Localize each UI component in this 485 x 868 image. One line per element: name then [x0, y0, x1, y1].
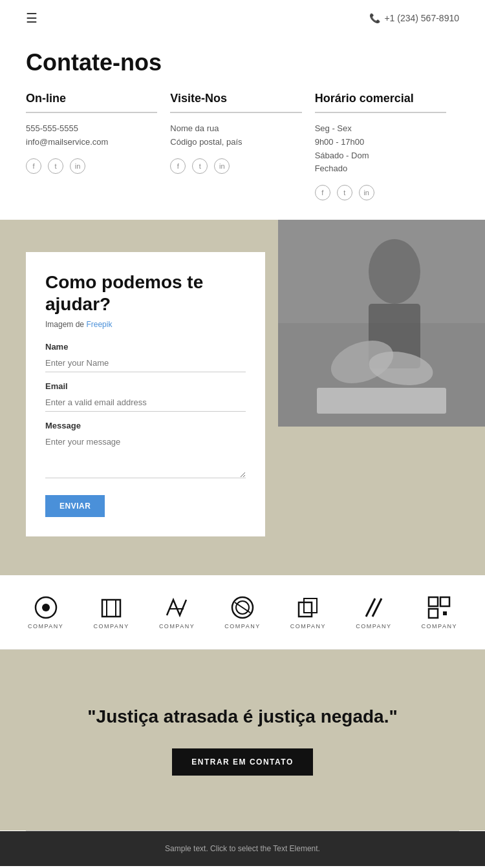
facebook-icon[interactable]: f [26, 158, 41, 174]
online-divider [26, 112, 157, 113]
hours-heading: Horário comercial [315, 92, 446, 105]
svg-rect-19 [304, 598, 317, 613]
logo-name-6: COMPANY [356, 623, 391, 630]
logo-item-7: COMPANY [413, 595, 465, 630]
logo-item-3: COMPANY [151, 595, 203, 630]
twitter-icon[interactable]: t [48, 158, 63, 174]
email-input[interactable] [45, 394, 246, 412]
svg-rect-24 [429, 609, 438, 618]
phone-bar: 📞 +1 (234) 567-8910 [369, 13, 459, 23]
name-label: Name [45, 342, 246, 352]
hours-divider [315, 112, 446, 113]
visit-social: f t in [170, 158, 301, 174]
freepik-link[interactable]: Freepik [86, 320, 112, 329]
instagram-icon-3[interactable]: in [359, 185, 374, 200]
visit-heading: Visite-Nos [170, 92, 301, 105]
visit-address: Nome da rua [170, 122, 301, 136]
facebook-icon-3[interactable]: f [315, 185, 330, 200]
contact-col-visit: Visite-Nos Nome da rua Código postal, pa… [170, 92, 314, 200]
name-group: Name [45, 342, 246, 372]
quote-text: "Justiça atrasada é justiça negada." [87, 705, 397, 728]
logo-name-1: COMPANY [28, 623, 63, 630]
instagram-icon[interactable]: in [70, 158, 85, 174]
svg-rect-23 [440, 597, 449, 606]
visit-divider [170, 112, 301, 113]
svg-rect-8 [323, 397, 401, 401]
logo-icon-7 [426, 595, 452, 620]
svg-point-11 [42, 604, 50, 611]
logo-item-2: COMPANY [85, 595, 137, 630]
facebook-icon-2[interactable]: f [170, 158, 186, 174]
logo-icon-2 [98, 595, 124, 620]
contact-button[interactable]: ENTRAR EM CONTATO [172, 748, 313, 776]
online-email: info@mailservice.com [26, 136, 157, 149]
contact-col-hours: Horário comercial Seg - Sex 9h00 - 17h00… [315, 92, 459, 200]
svg-rect-22 [429, 597, 438, 606]
logo-name-3: COMPANY [159, 623, 195, 630]
visit-postal: Código postal, país [170, 136, 301, 149]
logo-name-4: COMPANY [224, 623, 260, 630]
name-input[interactable] [45, 354, 246, 372]
contact-header: Contate-nos On-line 555-555-5555 info@ma… [0, 36, 485, 220]
logo-name-7: COMPANY [422, 623, 457, 630]
logo-icon-5 [295, 595, 321, 620]
logo-icon-3 [164, 595, 190, 620]
page-title: Contate-nos [26, 49, 459, 76]
logo-item-5: COMPANY [282, 595, 334, 630]
hours-weekday: Seg - Sex [315, 122, 446, 136]
form-card: Como podemos te ajudar? Imagem de Freepi… [26, 252, 265, 536]
hamburger-menu[interactable]: ☰ [26, 10, 38, 26]
logo-item-4: COMPANY [217, 595, 268, 630]
hours-weekend: Sábado - Dom [315, 149, 446, 163]
contact-columns: On-line 555-555-5555 info@mailservice.co… [26, 92, 459, 200]
footer: Sample text. Click to select the Text El… [0, 831, 485, 866]
image-credit: Imagem de Freepik [45, 320, 246, 329]
message-group: Message [45, 421, 246, 481]
quote-section: "Justiça atrasada é justiça negada." ENT… [0, 650, 485, 831]
svg-rect-13 [107, 600, 116, 617]
email-label: Email [45, 381, 246, 391]
hours-social: f t in [315, 185, 446, 200]
instagram-icon-2[interactable]: in [214, 158, 230, 174]
logo-icon-6 [361, 595, 387, 620]
phone-icon: 📞 [369, 13, 380, 23]
message-textarea[interactable] [45, 433, 246, 478]
svg-rect-25 [443, 611, 447, 615]
svg-rect-12 [102, 600, 120, 617]
logo-icon-4 [230, 595, 255, 620]
twitter-icon-2[interactable]: t [192, 158, 208, 174]
hero-section: Como podemos te ajudar? Imagem de Freepi… [0, 220, 485, 575]
topbar: ☰ 📞 +1 (234) 567-8910 [0, 0, 485, 36]
twitter-icon-3[interactable]: t [337, 185, 352, 200]
hours-closed: Fechado [315, 162, 446, 176]
email-group: Email [45, 381, 246, 412]
svg-rect-9 [323, 404, 407, 407]
hero-image [278, 220, 485, 427]
online-heading: On-line [26, 92, 157, 105]
logo-item-1: COMPANY [20, 595, 72, 630]
contact-col-online: On-line 555-555-5555 info@mailservice.co… [26, 92, 170, 200]
logo-name-2: COMPANY [93, 623, 129, 630]
hours-weekday-time: 9h00 - 17h00 [315, 136, 446, 149]
logo-icon-1 [33, 595, 59, 620]
svg-rect-7 [323, 391, 414, 394]
logo-item-6: COMPANY [348, 595, 400, 630]
submit-button[interactable]: ENVIAR [45, 495, 105, 517]
logo-bar: COMPANY COMPANY COMPANY COMPANY COMPANY [0, 575, 485, 650]
logo-name-5: COMPANY [290, 623, 326, 630]
online-social: f t in [26, 158, 157, 174]
footer-text: Sample text. Click to select the Text El… [26, 844, 459, 853]
svg-point-2 [369, 239, 420, 304]
hero-image-placeholder [278, 220, 485, 427]
online-phone: 555-555-5555 [26, 122, 157, 136]
message-label: Message [45, 421, 246, 430]
phone-number: +1 (234) 567-8910 [384, 13, 459, 23]
form-title: Como podemos te ajudar? [45, 271, 246, 315]
svg-rect-18 [299, 602, 312, 617]
